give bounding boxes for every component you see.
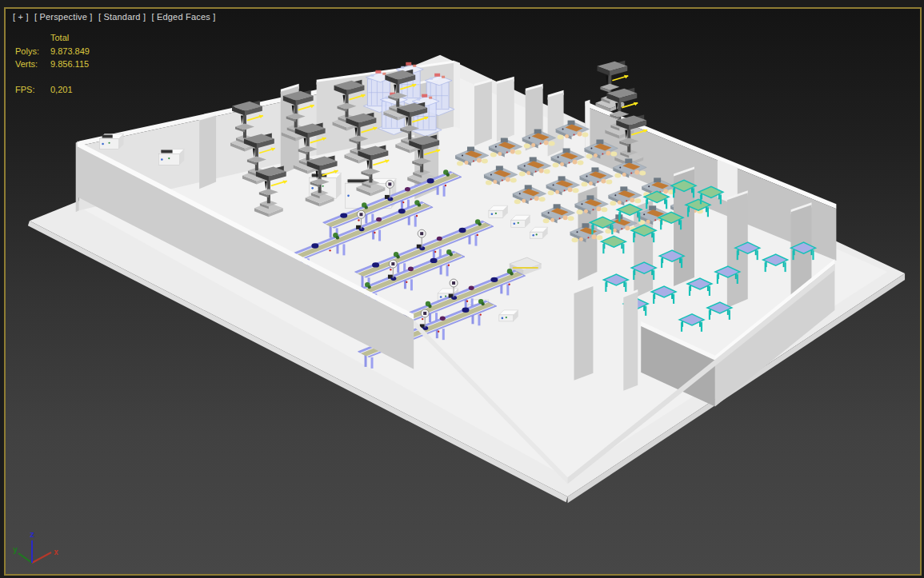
viewport-canvas[interactable] (6, 9, 920, 574)
foundation (28, 55, 905, 503)
stats-row-verts: Verts: 9.856.115 (15, 58, 90, 70)
viewport-menu-shading[interactable]: [ Edged Faces ] (151, 12, 215, 22)
stats-column-header: Total (50, 31, 90, 44)
stats-row-polys: Polys: 9.873.849 (15, 45, 90, 58)
axis-y: y (13, 545, 32, 563)
viewport-menu-pov[interactable]: [ Perspective ] (34, 12, 93, 22)
axis-y-label: y (13, 545, 18, 554)
viewport-menu-general[interactable]: [ + ] (13, 12, 29, 22)
polys-value: 9.873.849 (50, 45, 90, 58)
stats-row-fps: FPS: 0,201 (15, 83, 90, 96)
viewport-label: [ + ] [ Perspective ] [ Standard ] [ Edg… (13, 12, 218, 22)
axis-x-label: x (54, 548, 58, 556)
viewport-menu-renderer[interactable]: [ Standard ] (98, 12, 146, 22)
application-frame: [ + ] [ Perspective ] [ Standard ] [ Edg… (0, 0, 924, 578)
statistics-overlay: Total Polys: 9.873.849 Verts: 9.856.115 … (15, 31, 90, 96)
axis-z-label: z (30, 530, 34, 539)
fps-value: 0,201 (50, 83, 73, 96)
verts-value: 9.856.115 (50, 58, 89, 70)
verts-label: Verts: (15, 58, 50, 70)
world-axis-gizmo: x y z (7, 524, 71, 572)
polys-label: Polys: (15, 45, 50, 58)
fps-label: FPS: (15, 83, 50, 96)
axis-z: z (30, 530, 34, 563)
axis-x: x (32, 548, 58, 563)
3d-viewport[interactable]: [ + ] [ Perspective ] [ Standard ] [ Edg… (4, 7, 922, 576)
